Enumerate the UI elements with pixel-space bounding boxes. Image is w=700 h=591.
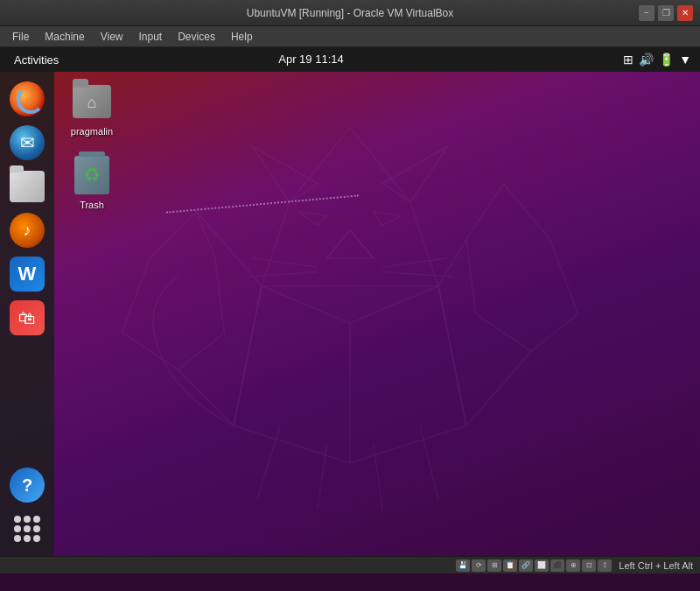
files-icon — [10, 171, 45, 202]
titlebar-controls: − ❐ ✕ — [639, 5, 693, 21]
menu-view[interactable]: View — [94, 29, 130, 45]
status-icon-4[interactable]: 📋 — [503, 559, 517, 572]
gnome-systray: ⊞ 🔊 🔋 ▼ — [623, 53, 691, 67]
desktop: ✉ ♪ W 🛍 ? — [0, 72, 700, 556]
svg-marker-0 — [262, 128, 438, 323]
titlebar: UbuntuVM [Running] - Oracle VM VirtualBo… — [0, 0, 700, 26]
libreoffice-icon: W — [10, 257, 45, 292]
desktop-icon-trash[interactable]: ♻ Trash — [61, 154, 122, 210]
dock-item-app-center[interactable]: 🛍 — [7, 298, 47, 338]
svg-line-15 — [382, 258, 447, 268]
recycle-symbol: ♻ — [83, 164, 101, 186]
battery-icon[interactable]: 🔋 — [659, 53, 674, 67]
svg-marker-1 — [252, 146, 317, 202]
svg-line-19 — [438, 286, 466, 426]
appcenter-icon: 🛍 — [10, 300, 45, 335]
svg-marker-5 — [326, 230, 373, 258]
svg-line-25 — [466, 351, 531, 426]
menu-file[interactable]: File — [5, 29, 36, 45]
trash-label: Trash — [80, 200, 104, 210]
trash-folder-shape: ♻ — [74, 156, 109, 194]
dock-item-firefox[interactable] — [7, 79, 47, 119]
svg-line-16 — [382, 272, 452, 277]
svg-marker-20 — [122, 212, 224, 370]
status-icon-3[interactable]: ⊞ — [487, 559, 501, 572]
home-folder-icon-shape: ⌂ — [73, 85, 111, 118]
vm-content: Activities Apr 19 11:14 ⊞ 🔊 🔋 ▼ — [0, 47, 700, 573]
home-folder-label: pragmalin — [71, 126, 113, 137]
menu-devices[interactable]: Devices — [171, 29, 222, 45]
thunderbird-icon: ✉ — [10, 125, 45, 160]
menubar: File Machine View Input Devices Help — [0, 26, 700, 47]
trash-icon-image: ♻ — [71, 154, 113, 196]
activities-button[interactable]: Activities — [9, 52, 64, 68]
dock-item-help[interactable]: ? — [7, 465, 47, 505]
menu-input[interactable]: Input — [132, 29, 170, 45]
statusbar: 💾 ⟳ ⊞ 📋 🔗 ⬜ ⬛ ⊕ ⊡ ⇧ Left Ctrl + Left Alt — [0, 556, 700, 573]
status-icon-6[interactable]: ⬜ — [535, 559, 549, 572]
gnome-topbar: Activities Apr 19 11:14 ⊞ 🔊 🔋 ▼ — [0, 47, 700, 72]
status-icon-2[interactable]: ⟳ — [472, 559, 486, 572]
network-icon[interactable]: ⊞ — [623, 53, 634, 67]
status-icon-8[interactable]: ⊕ — [566, 559, 580, 572]
titlebar-title: UbuntuVM [Running] - Oracle VM VirtualBo… — [247, 7, 454, 19]
gnome-clock: Apr 19 11:14 — [278, 47, 343, 72]
svg-line-24 — [438, 239, 466, 285]
dock-item-libreoffice-writer[interactable]: W — [7, 254, 47, 294]
menu-help[interactable]: Help — [224, 29, 260, 45]
keyboard-shortcut-label: Left Ctrl + Left Alt — [619, 560, 693, 571]
minimize-button[interactable]: − — [639, 5, 654, 21]
dock-item-rhythmbox[interactable]: ♪ — [7, 210, 47, 250]
svg-line-12 — [420, 426, 438, 500]
svg-marker-23 — [466, 184, 578, 351]
statusbar-icons: 💾 ⟳ ⊞ 📋 🔗 ⬜ ⬛ ⊕ ⊡ ⇧ — [456, 559, 612, 572]
svg-marker-6 — [299, 212, 327, 226]
home-folder-image: ⌂ — [71, 81, 113, 123]
status-icon-5[interactable]: 🔗 — [519, 559, 533, 572]
restore-button[interactable]: ❐ — [658, 5, 674, 21]
status-icon-1[interactable]: 💾 — [456, 559, 470, 572]
desktop-icon-home[interactable]: ⌂ pragmalin — [61, 81, 122, 137]
status-icon-7[interactable]: ⬛ — [550, 559, 564, 572]
menu-machine[interactable]: Machine — [38, 29, 91, 45]
volume-icon[interactable]: 🔊 — [639, 53, 654, 67]
dock: ✉ ♪ W 🛍 ? — [0, 72, 54, 556]
svg-line-21 — [197, 212, 262, 286]
dock-item-thunderbird[interactable]: ✉ — [7, 123, 47, 163]
svg-marker-7 — [374, 212, 402, 226]
rhythmbox-icon: ♪ — [10, 213, 45, 248]
svg-marker-2 — [382, 146, 447, 202]
help-icon: ? — [10, 468, 45, 503]
apps-grid-icon — [10, 511, 45, 546]
status-icon-9[interactable]: ⊡ — [582, 559, 596, 572]
svg-line-18 — [234, 286, 262, 426]
close-button[interactable]: ✕ — [677, 5, 693, 21]
dock-item-files[interactable] — [7, 166, 47, 207]
svg-line-13 — [252, 258, 317, 268]
svg-line-14 — [248, 272, 318, 277]
svg-line-22 — [178, 369, 234, 426]
power-arrow-icon[interactable]: ▼ — [679, 53, 691, 67]
dock-item-apps-grid[interactable] — [7, 509, 47, 549]
home-symbol: ⌂ — [88, 94, 97, 112]
firefox-icon — [10, 81, 45, 116]
status-icon-10[interactable]: ⇧ — [598, 559, 612, 572]
desktop-icons: ⌂ pragmalin ♻ Trash — [61, 81, 122, 210]
